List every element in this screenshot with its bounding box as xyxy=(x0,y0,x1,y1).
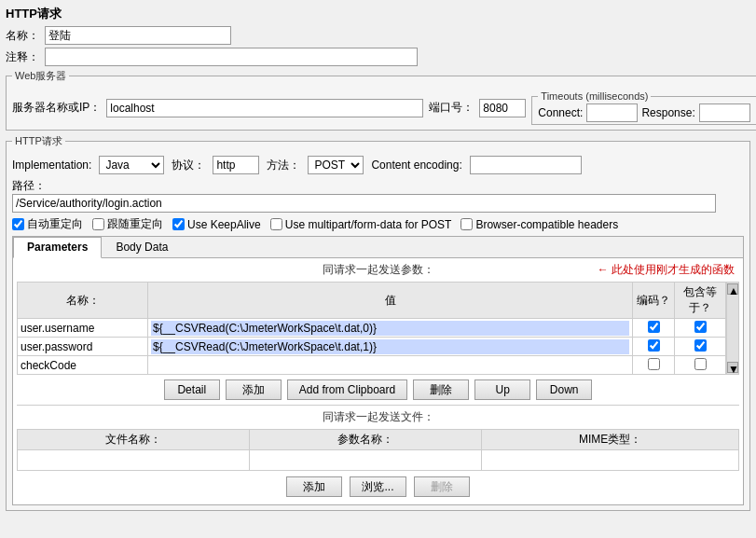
row1-value[interactable]: ${__CSVRead(C:\JmeterWorkSpace\t.dat,0)} xyxy=(148,319,633,338)
file-table-row xyxy=(18,450,739,471)
webserver-section: Web服务器 服务器名称或IP： 端口号： Timeouts (millisec… xyxy=(6,69,756,131)
browser-compat-check[interactable]: Browser-compatible headers xyxy=(460,218,618,231)
path-input[interactable] xyxy=(12,194,716,213)
impl-label: Implementation: xyxy=(12,159,91,172)
row1-include[interactable] xyxy=(675,319,726,338)
file-col-paramname: 参数名称： xyxy=(250,430,482,450)
name-label: 名称： xyxy=(6,28,39,44)
keep-alive-label: Use KeepAlive xyxy=(187,218,261,231)
annotation-text: ← 此处使用刚才生成的函数 xyxy=(598,262,735,278)
name-input[interactable] xyxy=(45,26,231,45)
row3-include[interactable] xyxy=(675,356,726,375)
timeouts-legend: Timeouts (milliseconds) xyxy=(538,90,651,102)
col-include-header: 包含等于？ xyxy=(675,283,726,319)
comment-label: 注释： xyxy=(6,49,39,65)
tabs-container: Parameters Body Data 同请求一起发送参数： ← 此处使用刚才… xyxy=(12,236,744,505)
encoding-input[interactable] xyxy=(470,156,582,174)
auto-redirect-checkbox[interactable] xyxy=(12,218,24,230)
detail-button[interactable]: Detail xyxy=(164,379,220,400)
protocol-input[interactable] xyxy=(213,156,259,174)
browser-compat-label: Browser-compatible headers xyxy=(475,218,618,231)
file-section: 同请求一起发送文件： 文件名称： 参数名称： MIME类型： xyxy=(17,405,739,501)
file-btn-row: 添加 浏览... 删除 xyxy=(17,476,739,501)
table-row: checkCode xyxy=(18,356,726,375)
file-add-button[interactable]: 添加 xyxy=(286,476,342,497)
comment-input[interactable] xyxy=(45,48,418,66)
add-clipboard-button[interactable]: Add from Clipboard xyxy=(287,379,407,400)
row1-name[interactable]: user.username xyxy=(18,319,148,338)
file-col-filename: 文件名称： xyxy=(18,430,250,450)
file-row1-paramname[interactable] xyxy=(250,450,482,471)
row2-encoded[interactable] xyxy=(633,338,675,356)
row1-include-check[interactable] xyxy=(694,321,707,333)
scroll-down[interactable]: ▼ xyxy=(727,362,738,373)
row3-encoded-check[interactable] xyxy=(648,358,660,370)
follow-redirect-label: 跟随重定向 xyxy=(107,216,163,232)
file-section-label: 同请求一起发送文件： xyxy=(17,409,739,425)
connect-label: Connect: xyxy=(538,106,583,119)
file-row1-mime[interactable] xyxy=(482,450,739,471)
params-section-label: 同请求一起发送参数： ← 此处使用刚才生成的函数 xyxy=(17,262,739,278)
server-input[interactable] xyxy=(106,99,423,117)
params-table: 名称： 值 编码？ 包含等于？ user.username ${__CSVRea… xyxy=(17,282,726,375)
impl-select[interactable]: Java xyxy=(99,156,164,174)
timeout-group: Timeouts (milliseconds) Connect: Respons… xyxy=(531,90,756,125)
panel-title: HTTP请求 xyxy=(6,6,750,22)
follow-redirect-check[interactable]: 跟随重定向 xyxy=(92,216,163,232)
delete-button[interactable]: 删除 xyxy=(413,379,469,400)
row1-encoded-check[interactable] xyxy=(648,321,660,333)
row1-encoded[interactable] xyxy=(633,319,675,338)
port-label: 端口号： xyxy=(429,100,474,116)
response-label: Response: xyxy=(641,106,694,119)
response-input[interactable] xyxy=(699,103,750,122)
file-table: 文件名称： 参数名称： MIME类型： xyxy=(17,429,739,471)
tab-content-parameters: 同请求一起发送参数： ← 此处使用刚才生成的函数 名称： 值 编码？ 包含等于？ xyxy=(13,258,743,504)
path-row: 路径： xyxy=(12,178,744,216)
tab-parameters[interactable]: Parameters xyxy=(13,237,102,258)
browser-compat-checkbox[interactable] xyxy=(460,218,473,230)
params-btn-row: Detail 添加 Add from Clipboard 删除 Up Down xyxy=(17,379,739,400)
row2-encoded-check[interactable] xyxy=(648,339,660,352)
row3-value[interactable] xyxy=(148,356,633,375)
webserver-row: 服务器名称或IP： 端口号： Timeouts (milliseconds) C… xyxy=(12,90,756,125)
scroll-up[interactable]: ▲ xyxy=(727,283,738,295)
col-value-header: 值 xyxy=(148,283,633,319)
row3-encoded[interactable] xyxy=(633,356,675,375)
name-row: 名称： xyxy=(6,26,750,45)
row3-include-check[interactable] xyxy=(694,358,707,370)
col-encoded-header: 编码？ xyxy=(633,283,675,319)
scrollbar[interactable]: ▲ ▼ xyxy=(726,282,739,375)
multipart-checkbox[interactable] xyxy=(270,218,282,230)
keep-alive-checkbox[interactable] xyxy=(172,218,185,230)
encoding-label: Content encoding: xyxy=(371,159,461,172)
webserver-legend: Web服务器 xyxy=(12,69,69,83)
up-button[interactable]: Up xyxy=(474,379,530,400)
keep-alive-check[interactable]: Use KeepAlive xyxy=(172,218,261,231)
port-input[interactable] xyxy=(479,99,526,117)
comment-row: 注释： xyxy=(6,48,750,66)
multipart-check[interactable]: Use multipart/form-data for POST xyxy=(270,218,452,231)
row2-name[interactable]: user.password xyxy=(18,338,148,356)
tab-body-data[interactable]: Body Data xyxy=(102,237,182,257)
method-select[interactable]: POST GET xyxy=(308,156,364,174)
params-label-text: 同请求一起发送参数： xyxy=(323,263,434,276)
add-button[interactable]: 添加 xyxy=(226,379,282,400)
follow-redirect-checkbox[interactable] xyxy=(92,218,104,230)
file-delete-button[interactable]: 删除 xyxy=(414,476,470,497)
checkboxes-row: 自动重定向 跟随重定向 Use KeepAlive Use multipart/… xyxy=(12,216,744,232)
col-name-header: 名称： xyxy=(18,283,148,319)
row2-include[interactable] xyxy=(675,338,726,356)
impl-row: Implementation: Java 协议： 方法： POST GET Co… xyxy=(12,156,744,174)
row2-include-check[interactable] xyxy=(694,339,707,352)
file-row1-filename[interactable] xyxy=(18,450,250,471)
file-browse-button[interactable]: 浏览... xyxy=(350,476,405,497)
row2-value[interactable]: ${__CSVRead(C:\JmeterWorkSpace\t.dat,1)} xyxy=(148,338,633,356)
down-button[interactable]: Down xyxy=(536,379,592,400)
row3-name[interactable]: checkCode xyxy=(18,356,148,375)
path-label: 路径： xyxy=(12,179,46,192)
connect-input[interactable] xyxy=(586,103,638,122)
multipart-label: Use multipart/form-data for POST xyxy=(285,218,452,231)
file-col-mime: MIME类型： xyxy=(482,430,739,450)
auto-redirect-check[interactable]: 自动重定向 xyxy=(12,216,83,232)
tabs-header: Parameters Body Data xyxy=(13,237,743,258)
